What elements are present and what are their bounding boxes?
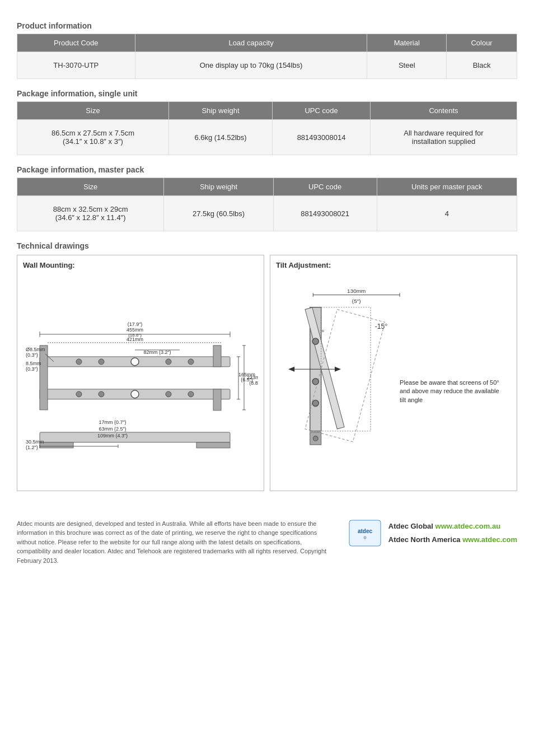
master-weight-cell: 27.5kg (60.5lbs) xyxy=(164,196,273,231)
wall-mounting-title: Wall Mounting: xyxy=(23,261,258,269)
footer-logo-area: atdec ® Atdec Global www.atdec.com.au At… xyxy=(348,519,517,547)
svg-text:(5"): (5") xyxy=(352,298,361,304)
svg-text:®: ® xyxy=(363,536,367,540)
tech-drawings-title: Technical drawings xyxy=(17,241,517,250)
single-weight-cell: 6.6kg (14.52lbs) xyxy=(168,120,272,155)
svg-text:82mm (3.2"): 82mm (3.2") xyxy=(143,349,171,355)
col-upc-master: UPC code xyxy=(273,178,377,196)
master-upc-cell: 881493008021 xyxy=(273,196,377,231)
svg-point-9 xyxy=(188,359,194,365)
svg-text:455mm: 455mm xyxy=(127,327,143,333)
svg-rect-16 xyxy=(40,442,73,448)
svg-text:(16.6"): (16.6") xyxy=(128,333,142,338)
col-size: Size xyxy=(17,102,169,120)
footer-links: Atdec Global www.atdec.com.au Atdec Nort… xyxy=(388,520,517,546)
svg-text:63mm (2.5"): 63mm (2.5") xyxy=(99,426,126,432)
single-contents-cell: All hardware required forinstallation su… xyxy=(370,120,517,155)
col-colour: Colour xyxy=(447,34,517,52)
svg-text:Ø8.5mm: Ø8.5mm xyxy=(26,347,45,352)
svg-text:223mm: 223mm xyxy=(247,375,258,380)
material-cell: Steel xyxy=(367,52,447,79)
col-product-code: Product Code xyxy=(17,34,135,52)
master-units-cell: 4 xyxy=(377,196,517,231)
url-au: www.atdec.com.au xyxy=(435,522,501,530)
svg-point-65 xyxy=(312,338,318,344)
col-units-master: Units per master pack xyxy=(377,178,517,196)
package-master-table: Size Ship weight UPC code Units per mast… xyxy=(17,178,517,231)
table-row: TH-3070-UTP One display up to 70kg (154l… xyxy=(17,52,517,79)
tech-drawings-container: Wall Mounting: xyxy=(17,255,517,491)
svg-rect-3 xyxy=(213,346,221,367)
svg-point-66 xyxy=(312,379,318,385)
svg-point-13 xyxy=(166,391,171,397)
svg-text:(8.8"): (8.8") xyxy=(249,380,258,386)
svg-text:130mm: 130mm xyxy=(347,288,366,294)
wall-mounting-box: Wall Mounting: xyxy=(17,255,264,491)
svg-text:(0.3"): (0.3") xyxy=(26,352,38,358)
package-single-title: Package information, single unit xyxy=(17,89,517,98)
svg-rect-15 xyxy=(40,432,230,442)
col-load-capacity: Load capacity xyxy=(135,34,367,52)
svg-point-5 xyxy=(76,359,82,365)
svg-rect-4 xyxy=(213,389,221,410)
atdec-logo-icon: atdec ® xyxy=(348,519,382,547)
col-size-master: Size xyxy=(17,178,164,196)
svg-point-11 xyxy=(99,391,104,397)
svg-marker-64 xyxy=(288,367,294,372)
product-info-table: Product Code Load capacity Material Colo… xyxy=(17,34,517,79)
svg-text:8.5mm: 8.5mm xyxy=(26,361,41,366)
svg-text:-15°: -15° xyxy=(375,323,388,330)
svg-text:(17.9"): (17.9") xyxy=(128,321,143,327)
svg-point-69 xyxy=(313,436,318,441)
table-row: 86.5cm x 27.5cm x 7.5cm(34.1″ x 10.8″ x … xyxy=(17,120,517,155)
brand-global-label: Atdec Global xyxy=(388,522,433,530)
tilt-adjustment-title: Tilt Adjustment: xyxy=(276,261,511,269)
svg-point-67 xyxy=(312,400,318,407)
product-code-cell: TH-3070-UTP xyxy=(17,52,135,79)
svg-point-6 xyxy=(99,359,104,365)
table-row: 88cm x 32.5cm x 29cm(34.6″ x 12.8″ x 11.… xyxy=(17,196,517,231)
svg-marker-63 xyxy=(335,367,341,372)
svg-point-14 xyxy=(188,391,194,397)
colour-cell: Black xyxy=(447,52,517,79)
footer-disclaimer: Atdec mounts are designed, developed and… xyxy=(17,519,337,566)
svg-text:atdec: atdec xyxy=(358,528,373,534)
col-ship-weight-master: Ship weight xyxy=(164,178,273,196)
single-size-cell: 86.5cm x 27.5cm x 7.5cm(34.1″ x 10.8″ x … xyxy=(17,120,169,155)
brand-na-label: Atdec North America xyxy=(388,535,461,544)
package-master-title: Package information, master pack xyxy=(17,165,517,174)
col-contents: Contents xyxy=(370,102,517,120)
svg-text:17mm (0.7"): 17mm (0.7") xyxy=(99,419,126,425)
tilt-adjustment-svg: 130mm (5") +15° -15° xyxy=(276,273,511,497)
tilt-adjustment-box: Tilt Adjustment: 130mm (5") +15° -15° xyxy=(270,255,517,491)
single-upc-cell: 881493008014 xyxy=(273,120,371,155)
svg-point-12 xyxy=(131,390,139,398)
product-info-title: Product information xyxy=(17,21,517,30)
svg-point-8 xyxy=(166,359,171,365)
url-na: www.atdec.com xyxy=(462,535,517,544)
svg-point-10 xyxy=(76,391,82,397)
col-material: Material xyxy=(367,34,447,52)
col-ship-weight: Ship weight xyxy=(168,102,272,120)
col-upc-code: UPC code xyxy=(273,102,371,120)
svg-text:(1.2"): (1.2") xyxy=(26,445,38,450)
footer-section: Atdec mounts are designed, developed and… xyxy=(17,514,517,566)
svg-text:(0.3"): (0.3") xyxy=(26,366,38,372)
svg-text:30.5mm: 30.5mm xyxy=(26,439,44,445)
wall-mounting-svg: 455mm (17.9") 421mm (16.6") 82mm (3.2") … xyxy=(23,273,258,497)
master-size-cell: 88cm x 32.5cm x 29cm(34.6″ x 12.8″ x 11.… xyxy=(17,196,164,231)
svg-rect-17 xyxy=(196,442,230,448)
technical-drawings-section: Technical drawings Wall Mounting: xyxy=(17,241,517,491)
svg-point-7 xyxy=(131,358,139,366)
package-single-table: Size Ship weight UPC code Contents 86.5c… xyxy=(17,101,517,155)
load-capacity-cell: One display up to 70kg (154lbs) xyxy=(135,52,367,79)
svg-text:109mm (4.3"): 109mm (4.3") xyxy=(97,433,128,438)
